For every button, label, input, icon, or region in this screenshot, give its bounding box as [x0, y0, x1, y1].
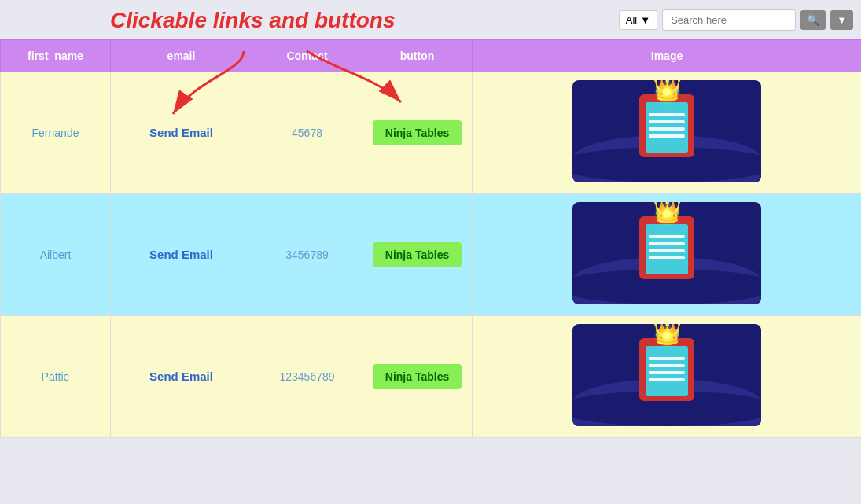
cell-image: 👑	[473, 72, 862, 194]
chevron-down-icon: ▼	[837, 14, 847, 26]
cell-button: Ninja Tables	[362, 72, 473, 194]
options-dropdown-button[interactable]: ▼	[830, 10, 853, 30]
cell-contact: 3456789	[252, 194, 362, 316]
ninja-tables-logo: 👑	[572, 324, 761, 426]
search-button[interactable]: 🔍	[800, 10, 826, 30]
filter-dropdown[interactable]: All ▼	[619, 10, 657, 30]
ninja-tables-button[interactable]: Ninja Tables	[373, 242, 462, 267]
cell-contact: 45678	[252, 72, 362, 194]
send-email-link[interactable]: Send Email	[149, 248, 213, 261]
cell-image: 👑	[473, 316, 862, 438]
table-row: FernandeSend Email45678Ninja Tables 👑	[1, 72, 862, 194]
filter-label: All	[626, 14, 637, 26]
table-header-row: first_name email Contact button Image	[1, 40, 862, 72]
cell-button: Ninja Tables	[362, 316, 473, 438]
cell-email: Send Email	[111, 194, 252, 316]
table-row: PattieSend Email123456789Ninja Tables 👑	[1, 316, 862, 438]
firstname-link[interactable]: Fernande	[32, 127, 79, 139]
ninja-tables-button[interactable]: Ninja Tables	[373, 364, 462, 389]
chevron-down-icon: ▼	[640, 14, 650, 26]
send-email-link[interactable]: Send Email	[149, 126, 213, 139]
col-header-firstname: first_name	[1, 40, 111, 72]
top-bar: All ▼ 🔍 ▼	[0, 0, 861, 39]
firstname-link[interactable]: Pattie	[42, 370, 70, 383]
col-header-contact: Contact	[252, 40, 362, 72]
cell-firstname: Fernande	[1, 72, 111, 194]
search-icon: 🔍	[807, 14, 819, 26]
firstname-link[interactable]: Ailbert	[40, 248, 72, 261]
send-email-link[interactable]: Send Email	[149, 370, 213, 383]
cell-button: Ninja Tables	[362, 194, 473, 316]
contact-number: 3456789	[285, 248, 329, 261]
col-header-image: Image	[473, 40, 862, 72]
cell-email: Send Email	[111, 72, 252, 194]
data-table: first_name email Contact button Image Fe…	[0, 39, 861, 438]
col-header-button: button	[362, 40, 473, 72]
contact-number: 123456789	[279, 370, 334, 383]
ninja-tables-logo: 👑	[572, 80, 761, 182]
search-input[interactable]	[662, 9, 796, 31]
table-row: AilbertSend Email3456789Ninja Tables 👑	[1, 194, 862, 316]
ninja-tables-button[interactable]: Ninja Tables	[373, 120, 462, 145]
cell-firstname: Pattie	[1, 316, 111, 438]
cell-image: 👑	[473, 194, 862, 316]
ninja-tables-logo: 👑	[572, 202, 761, 304]
contact-number: 45678	[292, 127, 322, 139]
col-header-email: email	[111, 40, 252, 72]
cell-contact: 123456789	[252, 316, 362, 438]
cell-email: Send Email	[111, 316, 252, 438]
cell-firstname: Ailbert	[1, 194, 111, 316]
